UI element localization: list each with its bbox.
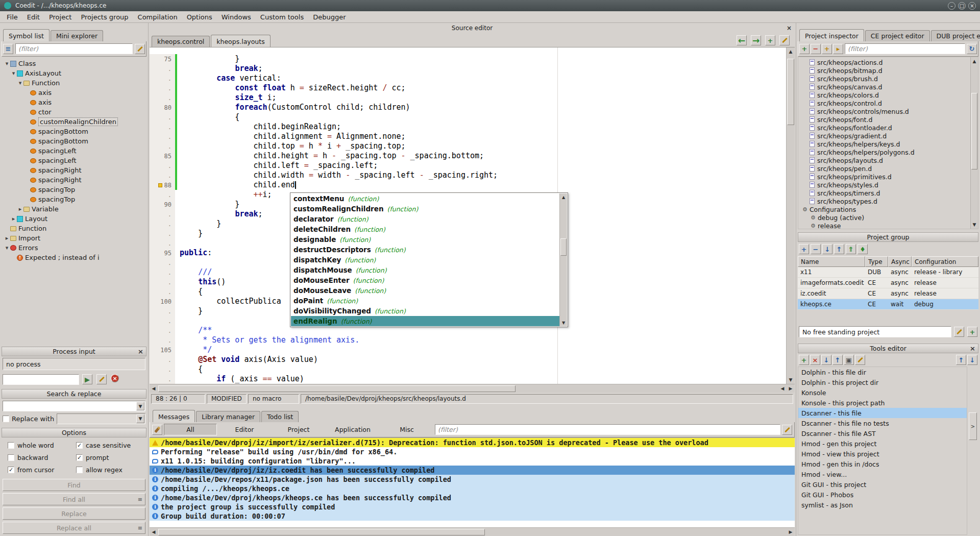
- code-line[interactable]: . child.top = h * i + _spacing.top;: [150, 141, 786, 151]
- gutter-cell[interactable]: .: [150, 267, 175, 277]
- column-header-async[interactable]: Async: [888, 256, 912, 267]
- message-row[interactable]: i/home/basile/Dev/dproj/kheops/kheops.ce…: [150, 493, 795, 502]
- option-allow-regex[interactable]: allow regex: [76, 466, 144, 474]
- project-file-item[interactable]: src/kheops/bitmap.d: [798, 66, 978, 75]
- project-file-item[interactable]: src/kheops/pen.d: [798, 164, 978, 173]
- completion-item[interactable]: doMouseEnter(function): [291, 275, 567, 285]
- expand-arrow-icon[interactable]: ▸: [17, 206, 23, 212]
- scroll-left-icon[interactable]: ◀: [150, 385, 158, 393]
- editor-tab-kheops-control[interactable]: kheops.control: [152, 36, 210, 47]
- tab-symbol-list[interactable]: Symbol list: [3, 29, 50, 41]
- gutter-cell[interactable]: .: [150, 306, 175, 316]
- editor-vertical-scrollbar[interactable]: ▲ ▼: [786, 47, 795, 384]
- messages-filter-input[interactable]: [435, 424, 780, 435]
- code-line[interactable]: 80 foreach(CustomControl child; children…: [150, 103, 786, 112]
- project-file-item[interactable]: src/kheops/font.d: [798, 115, 978, 124]
- scrollbar-thumb[interactable]: [560, 238, 567, 256]
- scroll-up-icon[interactable]: ▲: [560, 193, 567, 201]
- messages-filter-misc[interactable]: Misc: [380, 424, 433, 435]
- gutter-cell[interactable]: .: [150, 83, 175, 93]
- message-row[interactable]: x11 1.0.15: building configuration "libr…: [150, 456, 795, 466]
- tool-item[interactable]: Hmod - gen this in /docs: [798, 459, 967, 469]
- expand-panel-button[interactable]: >: [969, 412, 977, 440]
- option-backward[interactable]: backward: [8, 454, 76, 461]
- gutter-cell[interactable]: 80: [150, 103, 175, 112]
- menu-project[interactable]: Project: [44, 12, 76, 22]
- kill-icon[interactable]: ×: [111, 374, 119, 382]
- inspector-filter-input[interactable]: [845, 43, 965, 54]
- pen-icon[interactable]: [96, 374, 107, 384]
- project-file-item[interactable]: src/kheops/fontloader.d: [798, 124, 978, 132]
- symbol-tree-item[interactable]: spacingLeft: [2, 156, 146, 165]
- close-icon[interactable]: ×: [787, 25, 792, 32]
- tool-item[interactable]: Dolphin - this project dir: [798, 377, 967, 387]
- scroll-up-icon[interactable]: ▲: [971, 57, 978, 65]
- send-icon[interactable]: ▶: [82, 374, 92, 384]
- chevron-down-icon[interactable]: ▼: [136, 402, 144, 410]
- code-line[interactable]: . size_t i;: [150, 93, 786, 103]
- code-line[interactable]: 75 }: [150, 54, 786, 64]
- project-file-item[interactable]: src/kheops/control.d: [798, 99, 978, 107]
- replace-term-combo[interactable]: ▼: [57, 413, 145, 424]
- scroll-left-icon[interactable]: ◀: [150, 528, 158, 536]
- scroll-down-icon[interactable]: ▼: [560, 319, 567, 326]
- completion-item[interactable]: endRealign(function): [291, 316, 567, 326]
- tab-mini-explorer[interactable]: Mini explorer: [51, 30, 103, 41]
- gutter-cell[interactable]: .: [150, 209, 175, 219]
- code-line[interactable]: 105 */: [150, 345, 786, 355]
- forward-icon[interactable]: →: [751, 35, 761, 45]
- symbol-tree-item[interactable]: spacingLeft: [2, 146, 146, 156]
- dock-tab-todo-list[interactable]: Todo list: [261, 411, 299, 422]
- message-row[interactable]: iGroup build duration: 00:00:07: [150, 511, 795, 521]
- menu-options[interactable]: Options: [182, 12, 217, 22]
- configuration-item[interactable]: ⚙debug (active): [798, 213, 978, 222]
- tool-item[interactable]: Hmod - gen this project: [798, 438, 967, 449]
- gutter-cell[interactable]: .: [150, 374, 175, 384]
- code-editor[interactable]: 75 }. break;. case vertical:. const floa…: [150, 47, 795, 384]
- symbol-tree-item[interactable]: !Expected ; instead of i: [2, 253, 146, 262]
- close-icon[interactable]: ×: [968, 2, 976, 10]
- gutter-cell[interactable]: .: [150, 316, 175, 326]
- completion-item[interactable]: destructDescriptors(function): [291, 245, 567, 255]
- gutter-cell[interactable]: 90: [150, 200, 175, 209]
- project-file-item[interactable]: src/kheops/gradient.d: [798, 132, 978, 140]
- project-file-item[interactable]: src/kheops/brush.d: [798, 75, 978, 83]
- symbol-tree-item[interactable]: spacingBottom: [2, 136, 146, 146]
- pen-icon[interactable]: [954, 327, 964, 337]
- messages-filter-project[interactable]: Project: [272, 424, 325, 435]
- completion-item[interactable]: doMouseLeave(function): [291, 285, 567, 296]
- symbol-tree-item[interactable]: customRealignChildren: [2, 117, 146, 127]
- move-up-icon[interactable]: ↑: [834, 244, 844, 254]
- symbol-tree-item[interactable]: axis: [2, 88, 146, 98]
- scroll-up-icon[interactable]: ▲: [787, 47, 795, 56]
- add-tool-icon[interactable]: +: [799, 355, 809, 365]
- message-row[interactable]: i/home/basile/Dev/dproj/iz/iz.coedit has…: [150, 466, 795, 475]
- symbol-tree-item[interactable]: spacingTop: [2, 194, 146, 204]
- refresh-icon[interactable]: ↻: [967, 44, 977, 54]
- gutter-cell[interactable]: .: [150, 335, 175, 345]
- checkbox-icon[interactable]: ✓: [76, 454, 83, 461]
- option-prompt[interactable]: ✓prompt: [76, 454, 144, 461]
- add-file-icon[interactable]: +: [799, 44, 810, 54]
- replace-button[interactable]: Replace: [3, 507, 145, 520]
- find-button[interactable]: Find: [3, 479, 145, 491]
- gutter-cell[interactable]: .: [150, 229, 175, 238]
- option-case-sensitive[interactable]: ✓case sensitive: [76, 442, 144, 449]
- dock-tab-messages[interactable]: Messages: [153, 410, 195, 422]
- clear-icon[interactable]: [152, 425, 162, 435]
- find-all-button[interactable]: Find all≡: [3, 493, 145, 505]
- gutter-cell[interactable]: 100: [150, 297, 175, 306]
- completion-item[interactable]: doPaint(function): [291, 296, 567, 306]
- code-line[interactable]: . child.beginRealign;: [150, 122, 786, 132]
- gutter-cell[interactable]: .: [150, 74, 175, 83]
- move-down-icon[interactable]: ↓: [822, 244, 832, 254]
- gutter-cell[interactable]: .: [150, 258, 175, 267]
- move-down-icon[interactable]: ↓: [821, 355, 831, 365]
- gutter-cell[interactable]: 95: [150, 248, 175, 258]
- option-whole-word[interactable]: whole word: [8, 442, 76, 449]
- symbol-tree-item[interactable]: axis: [2, 98, 146, 107]
- completion-scrollbar[interactable]: ▲ ▼: [559, 193, 567, 326]
- symbol-tree-item[interactable]: ▸Import: [2, 233, 146, 243]
- symbol-tree-item[interactable]: Function: [2, 224, 146, 233]
- close-icon[interactable]: ×: [137, 348, 144, 355]
